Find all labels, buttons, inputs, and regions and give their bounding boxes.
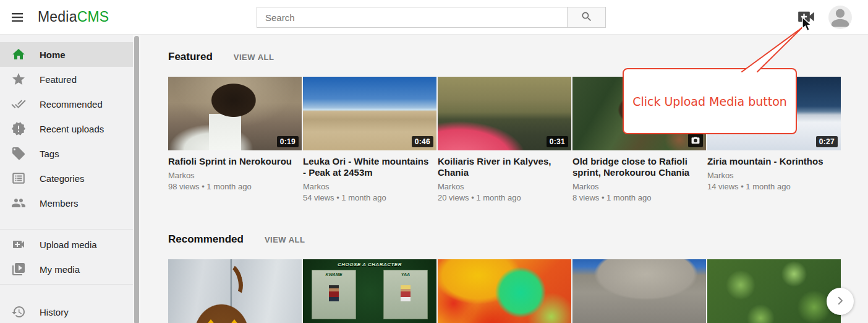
media-card[interactable] [572, 259, 706, 323]
video-thumbnail[interactable]: 0:19 [168, 77, 302, 150]
carousel-next-button[interactable] [827, 288, 854, 315]
media-card[interactable] [438, 259, 571, 323]
media-title[interactable]: Leuka Ori - White mountains - Peak at 24… [303, 156, 436, 178]
media-title[interactable]: Koiliaris River in Kalyves, Chania [438, 156, 571, 178]
duration-badge: 0:46 [412, 136, 433, 147]
scrollbar-thumb[interactable] [134, 36, 139, 323]
media-card[interactable]: 0:46 Leuka Ori - White mountains - Peak … [303, 77, 436, 202]
categories-icon [11, 171, 26, 186]
media-meta: 20 views • 1 month ago [438, 193, 571, 202]
sidebar-group-main: Home Featured Recommended Recent uploads… [0, 35, 140, 229]
character-panel: YAA [383, 270, 428, 319]
sidebar-item-upload-media[interactable]: Upload media [0, 232, 133, 257]
home-icon [11, 47, 26, 62]
person-icon [830, 7, 851, 29]
media-author[interactable]: Markos [303, 182, 436, 191]
hamburger-icon [10, 17, 25, 27]
section-title: Recommended [168, 233, 244, 246]
sidebar-item-label: Categories [40, 173, 85, 184]
sidebar-item-label: History [40, 307, 69, 317]
sidebar-item-categories[interactable]: Categories [0, 166, 133, 191]
search-button[interactable] [567, 7, 606, 28]
duration-badge: 0:31 [547, 136, 568, 147]
chevron-right-icon [835, 295, 846, 308]
media-author[interactable]: Markos [572, 182, 706, 191]
pumpkin-eye [228, 319, 241, 323]
my-media-icon [11, 262, 26, 277]
sidebar-item-label: Featured [40, 74, 77, 85]
annotation-text: Click Upload Media button [632, 95, 787, 108]
view-all-link[interactable]: VIEW ALL [265, 235, 305, 244]
tag-icon [11, 146, 26, 161]
media-title[interactable]: Rafioli Sprint in Nerokourou [168, 156, 302, 167]
video-thumbnail[interactable] [438, 259, 571, 323]
logo-text-accent: CMS [77, 9, 109, 25]
section-recommended: Recommended VIEW ALL CHOOSE A CHARACTER … [168, 233, 868, 323]
sidebar-item-recent-uploads[interactable]: Recent uploads [0, 116, 133, 141]
sidebar-group-library: History [0, 284, 140, 323]
annotation-tooltip: Click Upload Media button [623, 68, 797, 134]
sidebar-item-my-media[interactable]: My media [0, 257, 133, 282]
media-author[interactable]: Markos [707, 171, 841, 180]
sidebar-item-label: Home [40, 50, 66, 60]
sidebar-item-history[interactable]: History [0, 299, 133, 323]
upload-media-icon [798, 16, 815, 25]
new-releases-icon [11, 121, 26, 136]
media-card[interactable]: CHOOSE A CHARACTER KWAME YAA Selected Se… [303, 259, 436, 323]
media-title[interactable]: Ziria mountain - Korinthos [707, 156, 841, 167]
history-icon [11, 304, 26, 319]
user-avatar[interactable] [828, 6, 852, 29]
search-icon [581, 11, 593, 25]
camera-icon [688, 134, 703, 147]
section-title: Featured [168, 51, 213, 63]
duration-badge: 0:27 [816, 136, 838, 147]
video-thumbnail[interactable]: CHOOSE A CHARACTER KWAME YAA Selected Se… [303, 259, 436, 323]
video-thumbnail[interactable] [707, 259, 841, 323]
video-thumbnail[interactable] [572, 259, 706, 323]
sidebar-item-members[interactable]: Members [0, 191, 133, 215]
media-card[interactable]: 0:19 Rafioli Sprint in Nerokourou Markos… [168, 77, 302, 202]
character-name: KWAME [312, 272, 355, 277]
character-sprite [401, 285, 411, 301]
media-meta: 98 views • 1 month ago [168, 182, 302, 191]
game-title-text: CHOOSE A CHARACTER [303, 262, 436, 267]
media-card[interactable] [168, 259, 302, 323]
sidebar-item-home[interactable]: Home [0, 42, 133, 67]
sidebar: Home Featured Recommended Recent uploads… [0, 35, 140, 323]
view-all-link[interactable]: VIEW ALL [234, 53, 274, 62]
done-all-icon [11, 97, 26, 111]
sidebar-item-label: Upload media [40, 239, 97, 250]
media-card[interactable] [707, 259, 841, 323]
sidebar-scrollbar[interactable] [133, 35, 140, 323]
media-author[interactable]: Markos [438, 182, 571, 191]
menu-button[interactable] [10, 10, 25, 25]
media-author[interactable]: Markos [168, 171, 302, 180]
logo-text-primary: Media [38, 9, 77, 25]
sidebar-item-featured[interactable]: Featured [0, 67, 133, 92]
sidebar-item-tags[interactable]: Tags [0, 141, 133, 166]
duration-badge: 0:19 [277, 136, 299, 147]
pumpkin-eye [204, 319, 218, 323]
media-meta: 54 views • 1 month ago [303, 193, 436, 202]
media-meta: 14 views • 1 month ago [707, 182, 841, 191]
sidebar-item-label: Recent uploads [40, 124, 104, 134]
pumpkin-stem [217, 261, 246, 301]
media-title[interactable]: Old bridge close to Rafioli sprint, Nero… [572, 156, 706, 178]
character-name: YAA [384, 272, 427, 277]
sidebar-group-media: Upload media My media [0, 229, 140, 284]
upload-media-icon [11, 237, 26, 252]
sidebar-item-recommended[interactable]: Recommended [0, 92, 133, 116]
search-form [257, 7, 606, 28]
recommended-row: CHOOSE A CHARACTER KWAME YAA Selected Se… [168, 259, 868, 323]
sidebar-item-label: Tags [40, 149, 59, 159]
video-thumbnail[interactable]: 0:46 [303, 77, 436, 150]
video-thumbnail[interactable] [168, 259, 302, 323]
media-card[interactable]: 0:31 Koiliaris River in Kalyves, Chania … [438, 77, 571, 202]
video-thumbnail[interactable]: 0:31 [438, 77, 571, 150]
search-input[interactable] [257, 7, 567, 28]
app-logo[interactable]: MediaCMS [38, 9, 109, 25]
character-panel: KWAME [312, 270, 356, 319]
upload-media-button[interactable] [797, 10, 815, 25]
star-icon [11, 72, 26, 87]
members-icon [11, 196, 26, 210]
